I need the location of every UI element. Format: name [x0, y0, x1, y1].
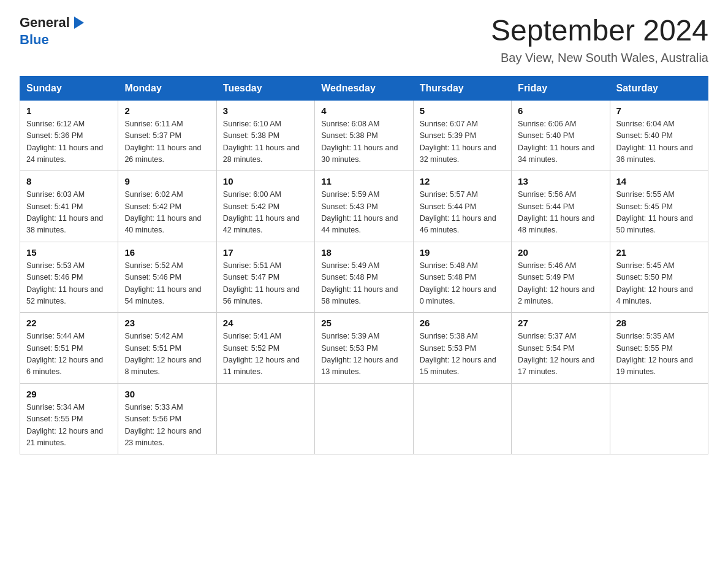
header-sunday: Sunday [20, 76, 118, 100]
day-number: 14 [616, 176, 702, 186]
day-info: Sunrise: 6:06 AM Sunset: 5:40 PM Dayligh… [518, 118, 603, 166]
table-row [216, 383, 314, 454]
calendar-subtitle: Bay View, New South Wales, Australia [491, 51, 708, 65]
table-row [610, 383, 708, 454]
day-info: Sunrise: 5:41 AM Sunset: 5:52 PM Dayligh… [223, 331, 308, 378]
table-row [512, 383, 610, 454]
day-info: Sunrise: 5:37 AM Sunset: 5:54 PM Dayligh… [518, 331, 603, 378]
header-thursday: Thursday [413, 76, 511, 100]
table-row: 9 Sunrise: 6:02 AM Sunset: 5:42 PM Dayli… [118, 171, 216, 242]
header-monday: Monday [118, 76, 216, 100]
day-number: 11 [321, 176, 406, 186]
day-number: 5 [420, 105, 505, 116]
day-info: Sunrise: 6:00 AM Sunset: 5:42 PM Dayligh… [223, 189, 308, 237]
day-number: 30 [124, 389, 210, 399]
table-row: 23 Sunrise: 5:42 AM Sunset: 5:51 PM Dayl… [118, 313, 216, 384]
day-info: Sunrise: 5:45 AM Sunset: 5:50 PM Dayligh… [616, 260, 702, 308]
day-info: Sunrise: 6:08 AM Sunset: 5:38 PM Dayligh… [321, 118, 406, 166]
table-row: 29 Sunrise: 5:34 AM Sunset: 5:55 PM Dayl… [20, 383, 118, 454]
day-info: Sunrise: 5:46 AM Sunset: 5:49 PM Dayligh… [518, 260, 603, 308]
calendar-week-row: 22 Sunrise: 5:44 AM Sunset: 5:51 PM Dayl… [20, 313, 708, 384]
day-number: 22 [26, 318, 112, 328]
table-row: 22 Sunrise: 5:44 AM Sunset: 5:51 PM Dayl… [20, 313, 118, 384]
day-info: Sunrise: 6:12 AM Sunset: 5:36 PM Dayligh… [26, 118, 112, 166]
day-number: 24 [223, 318, 308, 328]
calendar-week-row: 1 Sunrise: 6:12 AM Sunset: 5:36 PM Dayli… [20, 100, 708, 171]
calendar-table: Sunday Monday Tuesday Wednesday Thursday… [20, 76, 708, 455]
day-info: Sunrise: 6:07 AM Sunset: 5:39 PM Dayligh… [420, 118, 505, 166]
day-info: Sunrise: 5:52 AM Sunset: 5:46 PM Dayligh… [124, 260, 210, 308]
calendar-title: September 2024 [491, 15, 708, 47]
table-row: 8 Sunrise: 6:03 AM Sunset: 5:41 PM Dayli… [20, 171, 118, 242]
day-number: 7 [616, 105, 702, 116]
day-number: 27 [518, 318, 603, 328]
table-row: 2 Sunrise: 6:11 AM Sunset: 5:37 PM Dayli… [118, 100, 216, 171]
day-info: Sunrise: 6:02 AM Sunset: 5:42 PM Dayligh… [124, 189, 210, 237]
day-info: Sunrise: 6:03 AM Sunset: 5:41 PM Dayligh… [26, 189, 112, 237]
day-number: 20 [518, 247, 603, 258]
table-row: 5 Sunrise: 6:07 AM Sunset: 5:39 PM Dayli… [413, 100, 511, 171]
table-row: 18 Sunrise: 5:49 AM Sunset: 5:48 PM Dayl… [315, 242, 413, 313]
day-number: 4 [321, 105, 406, 116]
day-number: 10 [223, 176, 308, 186]
day-number: 23 [124, 318, 210, 328]
day-number: 9 [124, 176, 210, 186]
day-info: Sunrise: 6:04 AM Sunset: 5:40 PM Dayligh… [616, 118, 702, 166]
day-info: Sunrise: 5:56 AM Sunset: 5:44 PM Dayligh… [518, 189, 603, 237]
table-row: 15 Sunrise: 5:53 AM Sunset: 5:46 PM Dayl… [20, 242, 118, 313]
table-row: 7 Sunrise: 6:04 AM Sunset: 5:40 PM Dayli… [610, 100, 708, 171]
table-row: 17 Sunrise: 5:51 AM Sunset: 5:47 PM Dayl… [216, 242, 314, 313]
table-row: 30 Sunrise: 5:33 AM Sunset: 5:56 PM Dayl… [118, 383, 216, 454]
day-number: 21 [616, 247, 702, 258]
day-number: 15 [26, 247, 112, 258]
table-row: 6 Sunrise: 6:06 AM Sunset: 5:40 PM Dayli… [512, 100, 610, 171]
day-number: 17 [223, 247, 308, 258]
table-row: 3 Sunrise: 6:10 AM Sunset: 5:38 PM Dayli… [216, 100, 314, 171]
title-area: September 2024 Bay View, New South Wales… [491, 15, 708, 65]
table-row: 25 Sunrise: 5:39 AM Sunset: 5:53 PM Dayl… [315, 313, 413, 384]
day-number: 16 [124, 247, 210, 258]
day-number: 25 [321, 318, 406, 328]
day-number: 13 [518, 176, 603, 186]
day-number: 12 [420, 176, 505, 186]
day-info: Sunrise: 5:55 AM Sunset: 5:45 PM Dayligh… [616, 189, 702, 237]
table-row: 14 Sunrise: 5:55 AM Sunset: 5:45 PM Dayl… [610, 171, 708, 242]
header-friday: Friday [512, 76, 610, 100]
day-number: 2 [124, 105, 210, 116]
day-info: Sunrise: 5:33 AM Sunset: 5:56 PM Dayligh… [124, 402, 210, 450]
header-wednesday: Wednesday [315, 76, 413, 100]
table-row: 26 Sunrise: 5:38 AM Sunset: 5:53 PM Dayl… [413, 313, 511, 384]
day-number: 19 [420, 247, 505, 258]
table-row: 12 Sunrise: 5:57 AM Sunset: 5:44 PM Dayl… [413, 171, 511, 242]
table-row: 11 Sunrise: 5:59 AM Sunset: 5:43 PM Dayl… [315, 171, 413, 242]
day-info: Sunrise: 5:51 AM Sunset: 5:47 PM Dayligh… [223, 260, 308, 308]
day-info: Sunrise: 5:39 AM Sunset: 5:53 PM Dayligh… [321, 331, 406, 378]
calendar-week-row: 29 Sunrise: 5:34 AM Sunset: 5:55 PM Dayl… [20, 383, 708, 454]
calendar-week-row: 8 Sunrise: 6:03 AM Sunset: 5:41 PM Dayli… [20, 171, 708, 242]
day-number: 8 [26, 176, 112, 186]
table-row [315, 383, 413, 454]
table-row: 20 Sunrise: 5:46 AM Sunset: 5:49 PM Dayl… [512, 242, 610, 313]
day-info: Sunrise: 6:10 AM Sunset: 5:38 PM Dayligh… [223, 118, 308, 166]
calendar-week-row: 15 Sunrise: 5:53 AM Sunset: 5:46 PM Dayl… [20, 242, 708, 313]
day-info: Sunrise: 6:11 AM Sunset: 5:37 PM Dayligh… [124, 118, 210, 166]
day-info: Sunrise: 5:59 AM Sunset: 5:43 PM Dayligh… [321, 189, 406, 237]
day-info: Sunrise: 5:34 AM Sunset: 5:55 PM Dayligh… [26, 402, 112, 450]
logo-blue-text: Blue [20, 32, 49, 47]
day-number: 18 [321, 247, 406, 258]
day-info: Sunrise: 5:57 AM Sunset: 5:44 PM Dayligh… [420, 189, 505, 237]
day-info: Sunrise: 5:49 AM Sunset: 5:48 PM Dayligh… [321, 260, 406, 308]
logo-general-text: General [20, 15, 70, 31]
table-row: 21 Sunrise: 5:45 AM Sunset: 5:50 PM Dayl… [610, 242, 708, 313]
day-number: 28 [616, 318, 702, 328]
table-row: 24 Sunrise: 5:41 AM Sunset: 5:52 PM Dayl… [216, 313, 314, 384]
day-info: Sunrise: 5:48 AM Sunset: 5:48 PM Dayligh… [420, 260, 505, 308]
table-row: 10 Sunrise: 6:00 AM Sunset: 5:42 PM Dayl… [216, 171, 314, 242]
table-row: 27 Sunrise: 5:37 AM Sunset: 5:54 PM Dayl… [512, 313, 610, 384]
day-info: Sunrise: 5:44 AM Sunset: 5:51 PM Dayligh… [26, 331, 112, 378]
day-number: 1 [26, 105, 112, 116]
day-info: Sunrise: 5:35 AM Sunset: 5:55 PM Dayligh… [616, 331, 702, 378]
day-number: 29 [26, 389, 112, 399]
day-info: Sunrise: 5:42 AM Sunset: 5:51 PM Dayligh… [124, 331, 210, 378]
header-tuesday: Tuesday [216, 76, 314, 100]
